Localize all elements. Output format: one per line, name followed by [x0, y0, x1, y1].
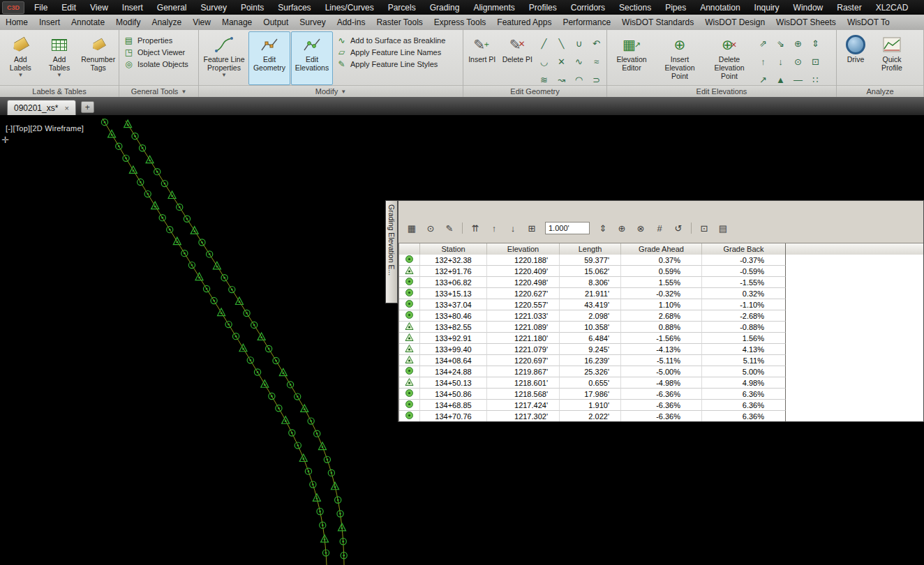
menu-item-annotation[interactable]: Annotation — [693, 1, 747, 15]
fillet-button[interactable]: ◠ — [570, 70, 588, 85]
ribbon-tab-express-tools[interactable]: Express Tools — [429, 15, 491, 30]
reverse-button[interactable]: ↶ — [588, 34, 605, 52]
table-row[interactable]: 134+68.851217.424'1.910'-6.36%6.36% — [399, 400, 923, 411]
modify-tool-add-to-surface-as-breakline[interactable]: ∿Add to Surface as Breakline — [336, 36, 445, 45]
grade-slope-button[interactable]: ⇘ — [772, 34, 789, 52]
ribbon-tab-performance[interactable]: Performance — [557, 15, 616, 30]
table-row[interactable]: 133+80.461221.033'2.098'2.68%-2.68% — [399, 310, 923, 322]
delete-pi-button[interactable]: ✎✕ Delete PI — [500, 31, 535, 85]
grade-between-points-button[interactable]: ⇗ — [754, 34, 772, 52]
feature-line-properties-button[interactable]: Feature Line Properties ▼ — [200, 31, 248, 85]
close-tab-icon[interactable]: × — [64, 104, 68, 112]
menu-item-surfaces[interactable]: Surfaces — [271, 1, 318, 15]
file-tab-active[interactable]: 090201_xs* × — [7, 100, 76, 115]
elevations-from-surface-button[interactable]: # — [651, 220, 668, 236]
column-header-length[interactable]: Length — [560, 243, 621, 255]
ribbon-tab-output[interactable]: Output — [258, 15, 294, 30]
raise-incrementally-button[interactable]: ↑ — [754, 52, 772, 70]
column-header-marker[interactable] — [399, 243, 420, 255]
table-row[interactable]: 133+06.821220.498'8.306'1.55%-1.55% — [399, 277, 923, 288]
ribbon-tab-home[interactable]: Home — [0, 15, 33, 30]
edit-elevations-toggle[interactable]: Edit Elevations — [291, 31, 333, 85]
menu-item-survey[interactable]: Survey — [194, 1, 234, 15]
add-tables-button[interactable]: Add Tables ▼ — [40, 31, 79, 85]
table-row[interactable]: 134+08.641220.697'16.239'-5.11%5.11% — [399, 355, 923, 366]
menu-item-profiles[interactable]: Profiles — [522, 1, 564, 15]
ribbon-tab-manage[interactable]: Manage — [216, 15, 258, 30]
grid-view-button[interactable]: ▦ — [403, 220, 420, 236]
menu-item-view[interactable]: View — [83, 1, 115, 15]
table-row[interactable]: 133+92.911221.180'6.484'-1.56%1.56% — [399, 333, 923, 344]
delete-curve-button[interactable]: ✕ — [553, 52, 570, 70]
general-tool-isolate-objects[interactable]: ◎Isolate Objects — [124, 59, 188, 68]
menu-item-grading[interactable]: Grading — [423, 1, 467, 15]
general-tool-properties[interactable]: ▤Properties — [124, 36, 188, 45]
menu-item-parcels[interactable]: Parcels — [381, 1, 423, 15]
panel-title-general-tools[interactable]: General Tools▼ — [119, 85, 198, 97]
weed-button[interactable]: ≋ — [535, 70, 553, 85]
modify-tool-apply-feature-line-names[interactable]: ▱Apply Feature Line Names — [336, 47, 445, 56]
copy-all-button[interactable]: ⊡ — [696, 220, 713, 236]
ribbon-tab-modify[interactable]: Modify — [110, 15, 146, 30]
table-row[interactable]: 134+70.761217.302'2.022'-6.36%6.36% — [399, 411, 923, 422]
menu-item-pipes[interactable]: Pipes — [658, 1, 693, 15]
select-edit-button[interactable]: ✎ — [441, 220, 458, 236]
insert-pi-button[interactable]: ✎＋ Insert PI — [465, 31, 500, 85]
panorama-title-tab[interactable]: Grading Elevation E... — [385, 200, 398, 303]
menu-item-sections[interactable]: Sections — [612, 1, 658, 15]
ribbon-tab-view[interactable]: View — [187, 15, 216, 30]
break-button[interactable]: ╱ — [535, 34, 553, 52]
table-row[interactable]: 134+24.881219.867'25.326'-5.00%5.00% — [399, 366, 923, 377]
previous-item-button[interactable]: ↑ — [486, 220, 502, 236]
ribbon-tab-raster-tools[interactable]: Raster Tools — [371, 15, 428, 30]
zoom-to-button[interactable]: ⊙ — [422, 220, 439, 236]
ribbon-tab-wisdot-standards[interactable]: WisDOT Standards — [616, 15, 699, 30]
menu-item-edit[interactable]: Edit — [54, 1, 83, 15]
insert-elevation-point-button[interactable]: ⊕ — [613, 220, 630, 236]
modify-tool-apply-feature-line-styles[interactable]: ✎Apply Feature Line Styles — [336, 59, 445, 68]
elevation-editor-button[interactable]: ▦↗ Elevation Editor — [609, 31, 655, 85]
drive-button[interactable]: Drive — [838, 31, 873, 85]
menu-item-raster[interactable]: Raster — [830, 1, 868, 15]
insert-high-low-point-button[interactable]: ⊕ — [789, 34, 807, 52]
menu-item-xl2cad[interactable]: XL2CAD — [869, 1, 916, 15]
set-elevation-reference-button[interactable]: ⊙ — [789, 52, 807, 70]
menu-item-corridors[interactable]: Corridors — [564, 1, 612, 15]
column-header-grade-back[interactable]: Grade Back — [702, 243, 786, 255]
insert-elevation-point-button[interactable]: ⊕ Insert Elevation Point — [655, 31, 704, 85]
edit-geometry-toggle[interactable]: Edit Geometry — [248, 31, 290, 85]
menu-item-points[interactable]: Points — [234, 1, 271, 15]
quick-profile-button[interactable]: Quick Profile — [874, 31, 910, 85]
table-row[interactable]: 134+50.861218.568'17.986'-6.36%6.36% — [399, 389, 923, 400]
next-item-button[interactable]: ↓ — [505, 220, 521, 236]
increment-value-field[interactable] — [545, 222, 590, 234]
menu-item-insert[interactable]: Insert — [115, 1, 150, 15]
viewport-controls[interactable]: [-][Top][2D Wireframe] — [6, 124, 84, 133]
column-header-grade-ahead[interactable]: Grade Ahead — [621, 243, 702, 255]
app-logo[interactable]: C3D — [2, 1, 24, 14]
menu-item-general[interactable]: General — [150, 1, 194, 15]
grade-extension-button[interactable]: ↗ — [754, 70, 772, 85]
table-row[interactable]: 132+32.381220.188'59.377'0.37%-0.37% — [399, 255, 923, 266]
table-row[interactable]: 134+50.131218.601'0.655'-4.98%4.98% — [399, 377, 923, 389]
ribbon-tab-analyze[interactable]: Analyze — [146, 15, 187, 30]
raise-lower-button[interactable]: ⇕ — [595, 220, 611, 236]
table-row[interactable]: 132+91.761220.409'15.062'0.59%-0.59% — [399, 266, 923, 277]
adjacent-elevations-button[interactable]: ⊡ — [807, 52, 824, 70]
menu-item-window[interactable]: Window — [787, 1, 830, 15]
ribbon-tab-wisdot-to[interactable]: WisDOT To — [842, 15, 895, 30]
ribbon-tab-featured-apps[interactable]: Featured Apps — [491, 15, 557, 30]
copy-row-button[interactable]: ⊞ — [523, 220, 540, 236]
flatten-grade-button[interactable]: — — [789, 70, 807, 85]
ribbon-tab-wisdot-sheets[interactable]: WisDOT Sheets — [770, 15, 842, 30]
ribbon-tab-annotate[interactable]: Annotate — [66, 15, 110, 30]
smooth-button[interactable]: ≈ — [588, 52, 605, 70]
table-row[interactable]: 133+99.401221.079'9.245'-4.13%4.13% — [399, 344, 923, 355]
delete-elevation-point-button[interactable]: ⊗ — [632, 220, 649, 236]
reverse-direction-button[interactable]: ↺ — [670, 220, 687, 236]
column-header-station[interactable]: Station — [420, 243, 487, 255]
join-button[interactable]: ∪ — [570, 34, 588, 52]
renumber-tags-button[interactable]: Renumber Tags — [79, 31, 117, 85]
panel-title-modify[interactable]: Modify▼ — [199, 85, 463, 97]
export-grid-button[interactable]: ▤ — [715, 220, 731, 236]
